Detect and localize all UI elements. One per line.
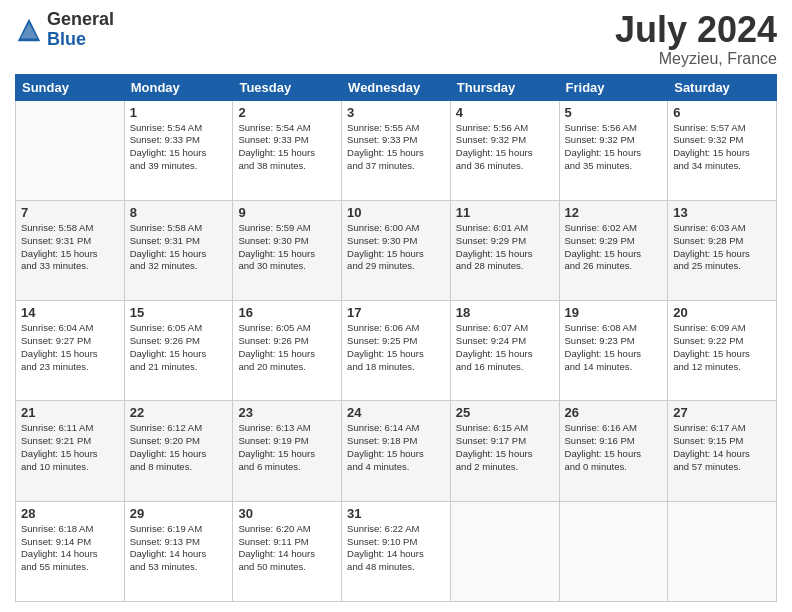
day-number: 26 [565,405,663,420]
header: General Blue July 2024 Meyzieu, France [15,10,777,68]
day-number: 19 [565,305,663,320]
calendar-cell: 21Sunrise: 6:11 AM Sunset: 9:21 PM Dayli… [16,401,125,501]
title-block: July 2024 Meyzieu, France [615,10,777,68]
day-number: 30 [238,506,336,521]
day-info: Sunrise: 6:06 AM Sunset: 9:25 PM Dayligh… [347,322,445,373]
day-number: 23 [238,405,336,420]
col-tuesday: Tuesday [233,74,342,100]
day-info: Sunrise: 6:11 AM Sunset: 9:21 PM Dayligh… [21,422,119,473]
day-number: 14 [21,305,119,320]
day-info: Sunrise: 6:05 AM Sunset: 9:26 PM Dayligh… [238,322,336,373]
calendar-cell: 11Sunrise: 6:01 AM Sunset: 9:29 PM Dayli… [450,200,559,300]
calendar-cell: 1Sunrise: 5:54 AM Sunset: 9:33 PM Daylig… [124,100,233,200]
calendar-cell: 28Sunrise: 6:18 AM Sunset: 9:14 PM Dayli… [16,501,125,601]
day-number: 11 [456,205,554,220]
day-info: Sunrise: 6:15 AM Sunset: 9:17 PM Dayligh… [456,422,554,473]
calendar-cell: 4Sunrise: 5:56 AM Sunset: 9:32 PM Daylig… [450,100,559,200]
day-number: 24 [347,405,445,420]
day-number: 10 [347,205,445,220]
calendar-cell: 5Sunrise: 5:56 AM Sunset: 9:32 PM Daylig… [559,100,668,200]
day-number: 27 [673,405,771,420]
day-number: 18 [456,305,554,320]
day-number: 22 [130,405,228,420]
day-number: 16 [238,305,336,320]
col-sunday: Sunday [16,74,125,100]
day-number: 13 [673,205,771,220]
calendar-cell: 10Sunrise: 6:00 AM Sunset: 9:30 PM Dayli… [342,200,451,300]
day-info: Sunrise: 6:19 AM Sunset: 9:13 PM Dayligh… [130,523,228,574]
calendar-location: Meyzieu, France [615,50,777,68]
day-number: 7 [21,205,119,220]
calendar-cell: 23Sunrise: 6:13 AM Sunset: 9:19 PM Dayli… [233,401,342,501]
logo-text: General Blue [47,10,114,50]
page: General Blue July 2024 Meyzieu, France S… [0,0,792,612]
day-info: Sunrise: 6:01 AM Sunset: 9:29 PM Dayligh… [456,222,554,273]
day-number: 28 [21,506,119,521]
day-info: Sunrise: 6:00 AM Sunset: 9:30 PM Dayligh… [347,222,445,273]
calendar-cell [559,501,668,601]
calendar-cell [450,501,559,601]
calendar-cell: 8Sunrise: 5:58 AM Sunset: 9:31 PM Daylig… [124,200,233,300]
day-info: Sunrise: 6:04 AM Sunset: 9:27 PM Dayligh… [21,322,119,373]
logo-blue-text: Blue [47,30,114,50]
day-number: 5 [565,105,663,120]
col-thursday: Thursday [450,74,559,100]
calendar-cell: 27Sunrise: 6:17 AM Sunset: 9:15 PM Dayli… [668,401,777,501]
day-number: 1 [130,105,228,120]
day-number: 21 [21,405,119,420]
calendar-week-row: 7Sunrise: 5:58 AM Sunset: 9:31 PM Daylig… [16,200,777,300]
day-info: Sunrise: 5:58 AM Sunset: 9:31 PM Dayligh… [21,222,119,273]
calendar-cell: 7Sunrise: 5:58 AM Sunset: 9:31 PM Daylig… [16,200,125,300]
day-number: 17 [347,305,445,320]
calendar-header-row: Sunday Monday Tuesday Wednesday Thursday… [16,74,777,100]
day-info: Sunrise: 6:12 AM Sunset: 9:20 PM Dayligh… [130,422,228,473]
calendar-cell: 19Sunrise: 6:08 AM Sunset: 9:23 PM Dayli… [559,301,668,401]
day-info: Sunrise: 6:18 AM Sunset: 9:14 PM Dayligh… [21,523,119,574]
day-info: Sunrise: 6:13 AM Sunset: 9:19 PM Dayligh… [238,422,336,473]
day-info: Sunrise: 5:56 AM Sunset: 9:32 PM Dayligh… [565,122,663,173]
calendar-cell: 18Sunrise: 6:07 AM Sunset: 9:24 PM Dayli… [450,301,559,401]
day-info: Sunrise: 5:54 AM Sunset: 9:33 PM Dayligh… [130,122,228,173]
day-number: 31 [347,506,445,521]
day-number: 9 [238,205,336,220]
calendar-cell: 22Sunrise: 6:12 AM Sunset: 9:20 PM Dayli… [124,401,233,501]
day-number: 20 [673,305,771,320]
day-number: 25 [456,405,554,420]
calendar-cell: 14Sunrise: 6:04 AM Sunset: 9:27 PM Dayli… [16,301,125,401]
calendar-title: July 2024 [615,10,777,50]
day-number: 6 [673,105,771,120]
col-wednesday: Wednesday [342,74,451,100]
day-info: Sunrise: 6:17 AM Sunset: 9:15 PM Dayligh… [673,422,771,473]
calendar-cell: 17Sunrise: 6:06 AM Sunset: 9:25 PM Dayli… [342,301,451,401]
day-info: Sunrise: 5:59 AM Sunset: 9:30 PM Dayligh… [238,222,336,273]
calendar-cell: 2Sunrise: 5:54 AM Sunset: 9:33 PM Daylig… [233,100,342,200]
col-saturday: Saturday [668,74,777,100]
logo-icon [15,16,43,44]
calendar-cell: 31Sunrise: 6:22 AM Sunset: 9:10 PM Dayli… [342,501,451,601]
day-info: Sunrise: 6:08 AM Sunset: 9:23 PM Dayligh… [565,322,663,373]
calendar-cell: 16Sunrise: 6:05 AM Sunset: 9:26 PM Dayli… [233,301,342,401]
day-info: Sunrise: 6:03 AM Sunset: 9:28 PM Dayligh… [673,222,771,273]
calendar-week-row: 14Sunrise: 6:04 AM Sunset: 9:27 PM Dayli… [16,301,777,401]
calendar-cell: 24Sunrise: 6:14 AM Sunset: 9:18 PM Dayli… [342,401,451,501]
day-info: Sunrise: 6:16 AM Sunset: 9:16 PM Dayligh… [565,422,663,473]
day-info: Sunrise: 6:05 AM Sunset: 9:26 PM Dayligh… [130,322,228,373]
calendar-cell: 29Sunrise: 6:19 AM Sunset: 9:13 PM Dayli… [124,501,233,601]
calendar-cell: 12Sunrise: 6:02 AM Sunset: 9:29 PM Dayli… [559,200,668,300]
calendar-week-row: 28Sunrise: 6:18 AM Sunset: 9:14 PM Dayli… [16,501,777,601]
calendar-cell: 26Sunrise: 6:16 AM Sunset: 9:16 PM Dayli… [559,401,668,501]
calendar-week-row: 21Sunrise: 6:11 AM Sunset: 9:21 PM Dayli… [16,401,777,501]
day-info: Sunrise: 6:20 AM Sunset: 9:11 PM Dayligh… [238,523,336,574]
day-info: Sunrise: 6:22 AM Sunset: 9:10 PM Dayligh… [347,523,445,574]
calendar-cell: 25Sunrise: 6:15 AM Sunset: 9:17 PM Dayli… [450,401,559,501]
day-info: Sunrise: 6:09 AM Sunset: 9:22 PM Dayligh… [673,322,771,373]
day-info: Sunrise: 5:58 AM Sunset: 9:31 PM Dayligh… [130,222,228,273]
day-info: Sunrise: 5:56 AM Sunset: 9:32 PM Dayligh… [456,122,554,173]
day-number: 12 [565,205,663,220]
day-number: 8 [130,205,228,220]
calendar-cell [16,100,125,200]
day-number: 3 [347,105,445,120]
calendar-cell: 9Sunrise: 5:59 AM Sunset: 9:30 PM Daylig… [233,200,342,300]
calendar-cell: 30Sunrise: 6:20 AM Sunset: 9:11 PM Dayli… [233,501,342,601]
calendar-table: Sunday Monday Tuesday Wednesday Thursday… [15,74,777,602]
